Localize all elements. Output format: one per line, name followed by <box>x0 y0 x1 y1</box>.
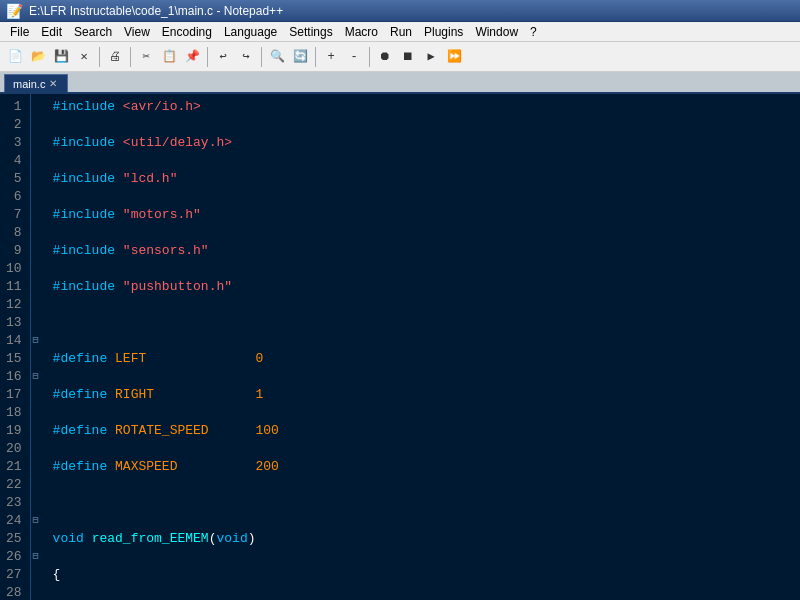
print-button[interactable]: 🖨 <box>104 46 126 68</box>
zoom-out-button[interactable]: - <box>343 46 365 68</box>
new-button[interactable]: 📄 <box>4 46 26 68</box>
record-button[interactable]: ⏺ <box>374 46 396 68</box>
copy-button[interactable]: 📋 <box>158 46 180 68</box>
sep4 <box>261 47 262 67</box>
tab-main-c[interactable]: main.c ✕ <box>4 74 68 92</box>
fold-column: ⊟ ⊟ ⊟ ⊟ <box>31 94 45 600</box>
sep1 <box>99 47 100 67</box>
menu-encoding[interactable]: Encoding <box>156 23 218 41</box>
sep6 <box>369 47 370 67</box>
editor-area[interactable]: 1 2 3 4 5 6 7 8 9 10 11 12 13 14 15 16 1… <box>0 94 800 600</box>
find-button[interactable]: 🔍 <box>266 46 288 68</box>
toolbar: 📄 📂 💾 ✕ 🖨 ✂ 📋 📌 ↩ ↪ 🔍 🔄 + - ⏺ ⏹ ▶ ⏩ <box>0 42 800 72</box>
menu-view[interactable]: View <box>118 23 156 41</box>
sep5 <box>315 47 316 67</box>
zoom-in-button[interactable]: + <box>320 46 342 68</box>
redo-button[interactable]: ↪ <box>235 46 257 68</box>
menu-macro[interactable]: Macro <box>339 23 384 41</box>
tab-bar: main.c ✕ <box>0 72 800 94</box>
sep2 <box>130 47 131 67</box>
sep3 <box>207 47 208 67</box>
cut-button[interactable]: ✂ <box>135 46 157 68</box>
tab-close-button[interactable]: ✕ <box>49 78 57 89</box>
menu-language[interactable]: Language <box>218 23 283 41</box>
undo-button[interactable]: ↩ <box>212 46 234 68</box>
save-button[interactable]: 💾 <box>50 46 72 68</box>
menu-bar: File Edit Search View Encoding Language … <box>0 22 800 42</box>
code-editor[interactable]: #include <avr/io.h> #include <util/delay… <box>45 94 800 600</box>
paste-button[interactable]: 📌 <box>181 46 203 68</box>
menu-edit[interactable]: Edit <box>35 23 68 41</box>
line-numbers: 1 2 3 4 5 6 7 8 9 10 11 12 13 14 15 16 1… <box>0 94 31 600</box>
menu-run[interactable]: Run <box>384 23 418 41</box>
menu-window[interactable]: Window <box>469 23 524 41</box>
tab-label: main.c <box>13 78 45 90</box>
replace-button[interactable]: 🔄 <box>289 46 311 68</box>
menu-help[interactable]: ? <box>524 23 543 41</box>
title-text: E:\LFR Instructable\code_1\main.c - Note… <box>29 4 283 18</box>
run-macro-button[interactable]: ⏩ <box>443 46 465 68</box>
stop-button[interactable]: ⏹ <box>397 46 419 68</box>
close-button[interactable]: ✕ <box>73 46 95 68</box>
menu-search[interactable]: Search <box>68 23 118 41</box>
menu-settings[interactable]: Settings <box>283 23 338 41</box>
play-button[interactable]: ▶ <box>420 46 442 68</box>
menu-file[interactable]: File <box>4 23 35 41</box>
title-bar: 📝 E:\LFR Instructable\code_1\main.c - No… <box>0 0 800 22</box>
open-button[interactable]: 📂 <box>27 46 49 68</box>
menu-plugins[interactable]: Plugins <box>418 23 469 41</box>
app-icon: 📝 <box>6 3 23 19</box>
